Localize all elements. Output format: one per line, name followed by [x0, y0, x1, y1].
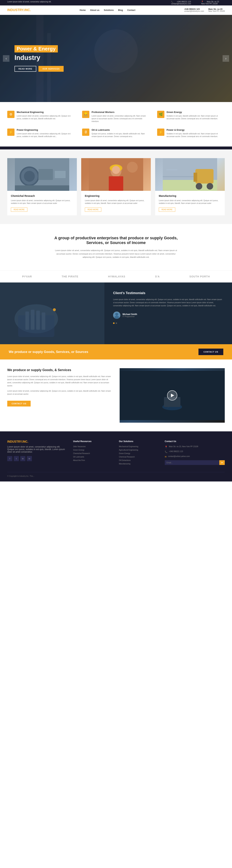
nav-blog[interactable]: Blog [118, 9, 123, 11]
svg-point-28 [53, 308, 56, 311]
footer-address: 📍 Main Str. no 23, New York PP 23109 [165, 445, 225, 448]
brand-south-porth: SOUTH PORTH [189, 275, 210, 278]
footer-resource-link[interactable]: Green Energy [73, 449, 113, 451]
svg-point-10 [112, 166, 120, 174]
footer-copyright: © Copyright to Industry.Inc. This... [7, 475, 34, 477]
footer-solutions-list: Mechanical Engineering Agricultural Engi… [119, 445, 159, 465]
footer-solution-link[interactable]: Oil Extractions [119, 459, 159, 461]
card-desc: Lorem ipsum dolor sit amet, consectetur … [159, 199, 221, 205]
footer-solution-link[interactable]: Mechanical Engineering [119, 445, 159, 447]
phone-icon: 📞 [165, 451, 167, 453]
hero-prev-button[interactable]: ‹ [3, 55, 9, 62]
service-text: Profesional Workers Lorem ipsum dolor si… [91, 111, 150, 123]
topbar-left: Lorem ipsum dolor sit amet, consectetur … [7, 1, 51, 5]
dot-active[interactable] [113, 322, 115, 324]
footer-email-text: contact@sofsol.yahoo.com [168, 455, 190, 457]
cta-banner: We produce or supply Goods, Services, or… [0, 344, 232, 360]
svg-point-31 [114, 316, 119, 319]
email-icon: ✉ [165, 456, 166, 458]
footer-resource-link[interactable]: Oil Lubricants [73, 456, 113, 458]
hero-buttons: READ MORE OUR SERVICES [14, 66, 64, 72]
hero-next-button[interactable]: › [223, 55, 229, 62]
footer-about-text: Lorem ipsum dolor sit amet, consectetur … [7, 445, 67, 453]
hero-read-more-button[interactable]: READ MORE [14, 66, 36, 72]
footer-resource-link[interactable]: About the Firm [73, 459, 113, 461]
nav-about[interactable]: About us [90, 9, 100, 11]
footer-logo: INDUSTRY.INC. [7, 440, 67, 443]
service-text: Oil & Lubricants Quique orci purus, soda… [91, 128, 150, 138]
footer-email-subscribe: ➤ [165, 460, 225, 465]
social-facebook-button[interactable]: f [7, 456, 12, 461]
brand-pixar: PI*XAR [22, 275, 32, 278]
cta-contact-button[interactable]: CONTACT US [198, 348, 223, 355]
nav-home[interactable]: Home [80, 9, 85, 11]
svg-rect-25 [31, 310, 34, 330]
footer-resources-col: Useful Resources Jobs Vacancies Green En… [73, 440, 113, 466]
cta-text: We produce or supply Goods, Services, or… [9, 350, 88, 354]
footer-resource-link[interactable]: Jobs Vacancies [73, 445, 113, 447]
card-desc: Lorem ipsum dolor sit amet, consectetur … [11, 199, 73, 205]
dot-inactive[interactable] [116, 322, 117, 324]
service-item: 🛢 Oil & Lubricants Quique orci purus, so… [82, 128, 150, 138]
footer-email: ✉ contact@sofsol.yahoo.com [165, 455, 225, 458]
author-avatar [113, 312, 120, 319]
svg-rect-17 [194, 173, 197, 182]
footer-resource-link[interactable]: Chemichal Research [73, 453, 113, 455]
card-read-more-button[interactable]: READ MORE [85, 208, 101, 212]
brand-hymalayas: HYMALAYAS [108, 275, 125, 278]
footer-solution-link[interactable]: Chemical Research [119, 456, 159, 458]
footer-email-input[interactable] [165, 460, 219, 465]
about-contact-button[interactable]: CONTACT US [7, 401, 31, 406]
about-video-text: We produce or supply Goods, & Services L… [7, 368, 112, 423]
card-title: Manufactoring [159, 194, 221, 197]
footer-solution-link[interactable]: Agricultural Engineering [119, 449, 159, 451]
footer-resources-list: Jobs Vacancies Green Energy Chemichal Re… [73, 445, 113, 461]
nav-solutions[interactable]: Solutions [104, 9, 114, 11]
topbar-address: 📍 Main Str. no 23 New York PP, 23109 [201, 1, 222, 5]
card-title: Chemichal Reseach [11, 194, 73, 197]
svg-point-16 [207, 183, 213, 190]
footer-phone-text: +346 990221 123 [169, 451, 183, 453]
svg-rect-24 [25, 312, 29, 330]
play-button[interactable] [167, 390, 177, 401]
service-title: Green Energy [166, 111, 225, 114]
hero-services-button[interactable]: OUR SERVICES [38, 66, 64, 72]
card-image-construction [155, 158, 225, 191]
footer-about-col: INDUSTRY.INC. Lorem ipsum dolor sit amet… [7, 440, 67, 466]
hero-title-line2: Industry [14, 54, 64, 62]
service-text: Power & Energy Sodales in est quis, blan… [166, 128, 225, 138]
service-title: Power & Energy [166, 128, 225, 131]
navigation: INDUSTRY.INC. Home About us Solutions Bl… [0, 5, 232, 15]
card-image-machine [7, 158, 77, 191]
testimonial-image [0, 282, 104, 344]
card-read-more-button[interactable]: READ MORE [11, 208, 27, 212]
footer-solution-link[interactable]: Manufacturing [119, 463, 159, 465]
footer-solutions-col: Our Solutions Mechanical Engineering Agr… [119, 440, 159, 466]
service-item: 🌿 Green Energy Sodales in est quis, blan… [157, 111, 225, 123]
about-text: Lorem ipsum dolor sit amet, consectetur … [52, 249, 180, 259]
location-icon: 📍 [201, 1, 204, 3]
footer-bottom: © Copyright to Industry.Inc. This... [7, 472, 225, 477]
footer-solution-link[interactable]: Green Energy [119, 453, 159, 455]
footer-submit-button[interactable]: ➤ [219, 460, 225, 465]
social-twitter-button[interactable]: t [14, 456, 19, 461]
cards-grid: Chemichal Reseach Lorem ipsum dolor sit … [7, 158, 225, 215]
service-title: Profesional Workers [91, 111, 150, 114]
nav-links: Home About us Solutions Blog Contact [80, 9, 135, 11]
workers-icon: 👷 [82, 111, 89, 118]
testimonial-dots [113, 322, 223, 324]
card-title: Engineering [85, 194, 147, 197]
service-title: Mechanical Engineering [17, 111, 75, 114]
card-read-more-button[interactable]: READ MORE [159, 208, 175, 212]
about-video-player [120, 368, 225, 423]
svg-rect-3 [38, 169, 53, 180]
hero-title-line1: Power & Energy [17, 46, 55, 52]
svg-point-2 [24, 171, 35, 182]
footer-contact-heading: Contact Us [165, 440, 225, 443]
nav-contact[interactable]: Contact [127, 9, 136, 11]
top-bar: Lorem ipsum dolor sit amet, consectetur … [0, 0, 232, 5]
social-instagram-button[interactable]: in [20, 456, 25, 461]
service-desc: Lorem ipsum dolor sit amet, consectetur … [91, 115, 150, 123]
social-linkedin-button[interactable]: in [27, 456, 32, 461]
mechanical-icon: ⚙ [7, 111, 14, 118]
